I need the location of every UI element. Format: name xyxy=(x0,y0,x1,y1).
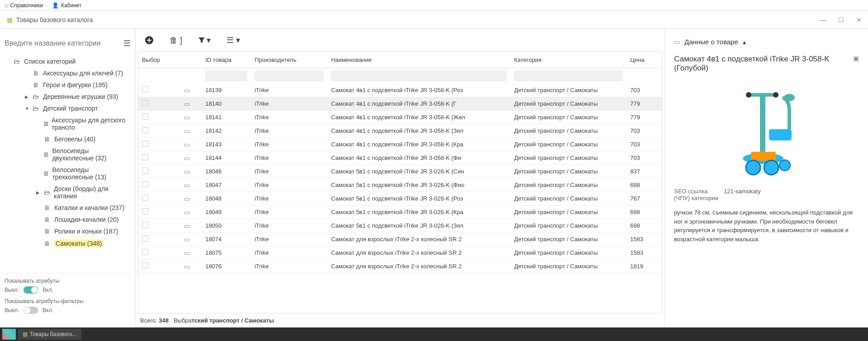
card-icon[interactable]: ▭ xyxy=(184,154,190,162)
cell-price: 1583 xyxy=(627,233,662,246)
row-checkbox[interactable] xyxy=(142,262,148,269)
row-checkbox[interactable] xyxy=(142,127,148,133)
row-checkbox[interactable] xyxy=(142,249,148,255)
card-icon[interactable]: ▭ xyxy=(184,236,190,243)
row-checkbox[interactable] xyxy=(142,181,148,187)
tree-item[interactable]: 🗎Самокаты (348) xyxy=(5,237,131,250)
expand-icon[interactable]: ▣ xyxy=(853,55,859,62)
cell-name: Самокат 5в1 с подсветкой iTrike JR 3-026… xyxy=(327,192,510,206)
tree-item[interactable]: 🗎Беговелы (40) xyxy=(5,133,131,145)
tab-directories[interactable]: ⌂ Справочники xyxy=(5,2,43,9)
tree-item[interactable]: ▶🗁Доски (борды) для катания xyxy=(5,183,131,202)
table-filter-row xyxy=(138,68,662,84)
cell-id: 18049 xyxy=(202,206,251,219)
filter-id[interactable] xyxy=(205,70,247,81)
card-icon[interactable]: ▭ xyxy=(184,263,190,270)
table-row[interactable]: ▭ 18074 iTrike Самокат для взрослых iTri… xyxy=(138,233,662,246)
card-icon[interactable]: ▭ xyxy=(184,127,190,135)
card-icon[interactable]: ▭ xyxy=(184,249,190,257)
row-checkbox[interactable] xyxy=(142,140,148,147)
cell-cat: Детский транспорт / Самокаты xyxy=(510,97,627,111)
table-row[interactable]: ▭ 18048 iTrike Самокат 5в1 с подсветкой … xyxy=(138,192,662,206)
filter-cat[interactable] xyxy=(514,70,623,81)
tree-item[interactable]: ▶🗁Деревянные игрушки (93) xyxy=(5,91,131,103)
card-icon[interactable]: ▭ xyxy=(184,209,190,216)
row-checkbox[interactable] xyxy=(142,195,148,201)
detail-panel-header[interactable]: ▭ Данные о товаре ▴ xyxy=(674,38,859,46)
row-checkbox[interactable] xyxy=(142,86,148,93)
card-icon[interactable]: ▭ xyxy=(184,182,190,189)
row-checkbox[interactable] xyxy=(142,113,148,120)
toggle-attrs[interactable] xyxy=(24,286,38,294)
cell-cat: Детский транспорт / Самокаты xyxy=(510,84,627,97)
minimize-button[interactable]: — xyxy=(818,15,827,24)
row-checkbox[interactable] xyxy=(142,100,148,106)
table-row[interactable]: ▭ 18050 iTrike Самокат 5в1 с подсветкой … xyxy=(138,219,662,233)
delete-button[interactable]: 🗑 ] xyxy=(170,36,182,45)
tree-item[interactable]: ▼🗁Детский транспорт xyxy=(5,103,131,114)
tree-item[interactable]: 🗎Каталки и качалки (237) xyxy=(5,202,131,214)
table-row[interactable]: ▭ 18076 iTrike Самокат для взрослых iTri… xyxy=(138,260,662,273)
card-icon[interactable]: ▭ xyxy=(184,87,190,94)
filter-name[interactable] xyxy=(331,70,507,81)
tree-item[interactable]: 🗎Аксессуары для ключей (7) xyxy=(5,67,131,79)
tree-item[interactable]: 🗎Герои и фигурки (195) xyxy=(5,79,131,91)
category-search-input[interactable] xyxy=(5,36,118,51)
file-icon: 🗎 xyxy=(33,70,41,77)
tree-item[interactable]: 🗎Велосипеды трехколесные (13) xyxy=(5,164,131,183)
cell-name: Самокат для взрослых iTrike 2-х колесный… xyxy=(327,233,510,246)
table-row[interactable]: ▭ 18046 iTrike Самокат 5в1 с подсветкой … xyxy=(138,165,662,178)
table-row[interactable]: ▭ 18144 iTrike Самокат 4в1 с подсветкой … xyxy=(138,151,662,165)
table-row[interactable]: ▭ 18143 iTrike Самокат 4в1 с подсветкой … xyxy=(138,138,662,151)
cell-name: Самокат для взрослых iTrike 2-х колесный… xyxy=(327,246,510,260)
card-icon[interactable]: ▭ xyxy=(184,222,190,229)
table-row[interactable]: ▭ 18140 iTrike Самокат 4в1 с подсветкой … xyxy=(138,97,662,111)
card-icon[interactable]: ▭ xyxy=(184,168,190,175)
card-icon[interactable]: ▭ xyxy=(184,100,190,107)
row-checkbox[interactable] xyxy=(142,208,148,215)
row-checkbox[interactable] xyxy=(142,154,148,160)
product-description: ручкои 78 см, съемным сидением, нескольз… xyxy=(674,208,859,243)
cell-name: Самокат 4в1 с подсветкой iTrike JR 3-058… xyxy=(327,151,510,165)
card-icon[interactable]: ▭ xyxy=(184,195,190,202)
row-checkbox[interactable] xyxy=(142,168,148,174)
cell-mfr: iTrike xyxy=(251,260,327,273)
table-row[interactable]: ▭ 18047 iTrike Самокат 5в1 с подсветкой … xyxy=(138,178,662,192)
col-select[interactable]: Выбор xyxy=(138,52,180,68)
card-icon[interactable]: ▭ xyxy=(184,141,190,148)
maximize-button[interactable]: ☐ xyxy=(836,15,845,24)
tree-root[interactable]: 🗁 Список категорий xyxy=(5,56,131,67)
table-row[interactable]: ▭ 18075 iTrike Самокат для взрослых iTri… xyxy=(138,246,662,260)
col-id[interactable]: ID товара xyxy=(202,52,251,68)
field-seo-label: SEO ссылка (ЧПУ) категории xyxy=(674,188,724,201)
close-button[interactable]: ✕ xyxy=(854,15,863,24)
table-row[interactable]: ▭ 18142 iTrike Самокат 4в1 с подсветкой … xyxy=(138,124,662,138)
table-row[interactable]: ▭ 18049 iTrike Самокат 5в1 с подсветкой … xyxy=(138,206,662,219)
col-name[interactable]: Наименование xyxy=(327,52,510,68)
tree-item[interactable]: 🗎Велосипеды двухколесные (32) xyxy=(5,145,131,164)
cell-cat: Детский транспорт / Самокаты xyxy=(510,192,627,206)
tree-item[interactable]: 🗎Ролики и коньки (187) xyxy=(5,225,131,237)
row-checkbox[interactable] xyxy=(142,235,148,242)
cell-id: 18143 xyxy=(202,138,251,151)
toggle-filters[interactable] xyxy=(24,307,38,314)
table-row[interactable]: ▭ 18139 iTrike Самокат 4в1 с подсветкой … xyxy=(138,84,662,97)
cell-price: 837 xyxy=(627,165,662,178)
cell-cat: Детский транспорт / Самокаты xyxy=(510,151,627,165)
col-price[interactable]: Цена xyxy=(627,52,662,68)
cell-mfr: iTrike xyxy=(251,84,327,97)
table-row[interactable]: ▭ 18141 iTrike Самокат 4в1 с подсветкой … xyxy=(138,111,662,124)
col-manufacturer[interactable]: Производитель xyxy=(251,52,327,68)
add-button[interactable] xyxy=(145,36,154,45)
tab-cabinet[interactable]: 👤 Кабинет xyxy=(52,2,82,9)
list-button[interactable]: ☰ ▾ xyxy=(226,35,240,45)
filter-mfr[interactable] xyxy=(255,70,324,81)
tree-item[interactable]: 🗎Лошадки-качалки (20) xyxy=(5,214,131,225)
tree-item[interactable]: 🗎Аксессуары для детского транспо xyxy=(5,114,131,133)
row-checkbox[interactable] xyxy=(142,222,148,228)
col-category[interactable]: Категория xyxy=(510,52,627,68)
filter-button[interactable]: ▾ xyxy=(198,35,211,45)
menu-icon[interactable]: ☰ xyxy=(123,38,131,48)
cell-price: 703 xyxy=(627,124,662,138)
card-icon[interactable]: ▭ xyxy=(184,114,190,121)
